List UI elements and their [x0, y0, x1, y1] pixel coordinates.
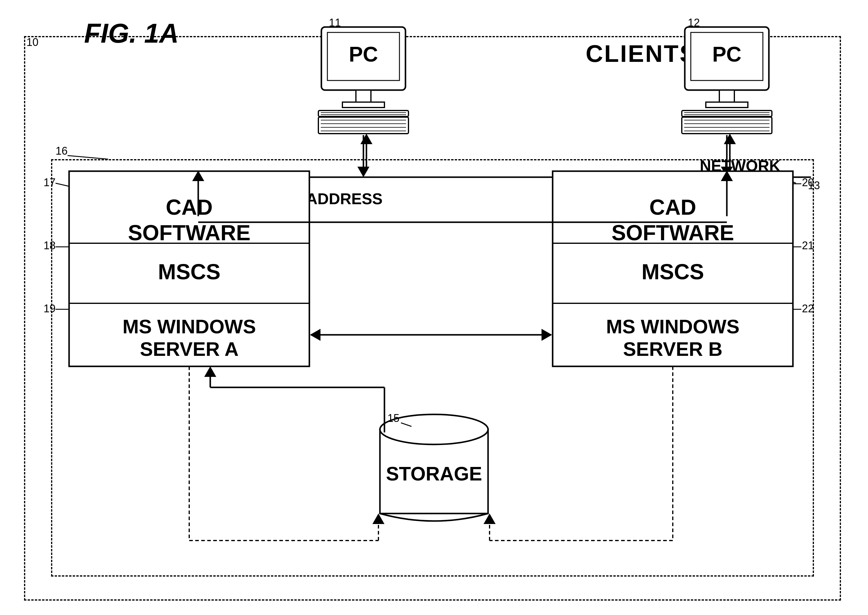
ref-10: 10 [27, 36, 39, 48]
diagram: FIG. 1A 10 11 12 CLIENTS PC PC [0, 0, 868, 615]
ref-11: 11 [329, 17, 341, 29]
inner-dashed-border [51, 159, 814, 576]
ref-12: 12 [688, 17, 700, 29]
clients-label: CLIENTS [586, 40, 697, 67]
